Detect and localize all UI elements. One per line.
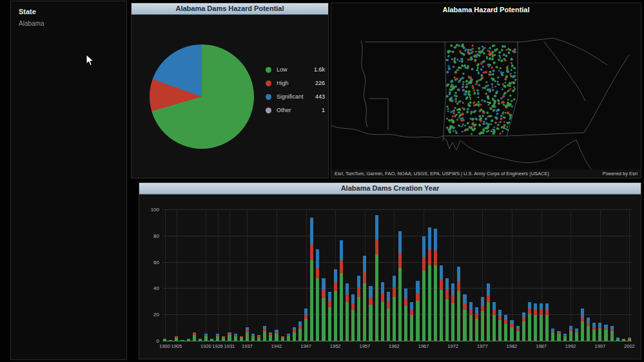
- bar-1951[interactable]: [327, 210, 332, 341]
- bar-1923[interactable]: [210, 210, 214, 341]
- bar-1957[interactable]: [362, 210, 367, 341]
- bar-1966[interactable]: [415, 210, 420, 341]
- bar-1971[interactable]: [445, 210, 449, 341]
- bar-1962[interactable]: [392, 210, 396, 341]
- bar-2000[interactable]: [616, 210, 620, 341]
- x-label-slot: [516, 343, 520, 351]
- bar-segment-significant: [528, 302, 531, 309]
- bar-segment-significant: [481, 297, 484, 306]
- bar-segment-low: [287, 336, 290, 341]
- bar-1977[interactable]: [480, 210, 485, 341]
- bar-1988[interactable]: [545, 210, 549, 341]
- pie-chart[interactable]: [150, 44, 254, 149]
- state-list-item-alabama[interactable]: Alabama: [11, 15, 126, 27]
- bar-1956[interactable]: [356, 210, 361, 341]
- bar-1945[interactable]: [292, 210, 297, 341]
- bar-1978[interactable]: [486, 210, 491, 341]
- bar-1972[interactable]: [451, 210, 455, 341]
- bar-1996[interactable]: [592, 210, 596, 341]
- bar-1963[interactable]: [398, 210, 402, 341]
- bar-1943[interactable]: [280, 210, 285, 341]
- bar-segment-low: [434, 265, 437, 341]
- bar-1961[interactable]: [386, 210, 391, 341]
- legend-item-other[interactable]: Other1: [266, 107, 325, 113]
- bar-1994[interactable]: [580, 210, 585, 341]
- bar-segment-low: [187, 340, 190, 341]
- bar-1941[interactable]: [268, 210, 273, 341]
- bar-1970[interactable]: [439, 210, 444, 341]
- bar-1998[interactable]: [603, 210, 608, 341]
- bar-1959[interactable]: [375, 210, 379, 341]
- x-label-slot: 1982: [509, 343, 514, 351]
- bar-1987[interactable]: [539, 210, 543, 341]
- bar-1958[interactable]: [368, 210, 373, 341]
- bar-1960[interactable]: [380, 210, 385, 341]
- bar-1954[interactable]: [345, 210, 349, 341]
- bar-1969[interactable]: [433, 210, 438, 341]
- bar-1965[interactable]: [409, 210, 414, 341]
- bar-1908[interactable]: [180, 210, 184, 341]
- bar-1914[interactable]: [192, 210, 197, 341]
- x-axis-label: 2002: [624, 343, 635, 349]
- bar-1934[interactable]: [233, 210, 238, 341]
- bar-segment-high: [451, 296, 454, 303]
- bar-1929[interactable]: [221, 210, 226, 341]
- legend-item-high[interactable]: High226: [266, 80, 325, 86]
- bar-1940[interactable]: [262, 210, 267, 341]
- bar-1990[interactable]: [556, 210, 561, 341]
- bar-1980[interactable]: [498, 210, 502, 341]
- bar-1981[interactable]: [503, 210, 508, 341]
- bar-1949[interactable]: [315, 210, 320, 341]
- bar-1953[interactable]: [339, 210, 344, 341]
- bar-1975[interactable]: [469, 210, 473, 341]
- bar-2001[interactable]: [621, 210, 626, 341]
- bar-1903[interactable]: [168, 210, 173, 341]
- bar-1997[interactable]: [598, 210, 602, 341]
- bar-1992[interactable]: [569, 210, 573, 341]
- bar-1986[interactable]: [533, 210, 538, 341]
- bar-1979[interactable]: [492, 210, 496, 341]
- bar-1974[interactable]: [462, 210, 467, 341]
- bar-1976[interactable]: [474, 210, 479, 341]
- bar-1931[interactable]: [227, 210, 231, 341]
- bar-1967[interactable]: [422, 210, 426, 341]
- bar-1936[interactable]: [239, 210, 244, 341]
- bar-1989[interactable]: [551, 210, 555, 341]
- bar-segment-low: [304, 319, 307, 341]
- bar-1944[interactable]: [286, 210, 291, 341]
- bar-1917[interactable]: [198, 210, 202, 341]
- bar-1995[interactable]: [586, 210, 590, 341]
- bar-1920[interactable]: [204, 210, 208, 341]
- bar-1942[interactable]: [274, 210, 278, 341]
- bar-1911[interactable]: [186, 210, 191, 341]
- bar-1926[interactable]: [215, 210, 220, 341]
- bar-1984[interactable]: [522, 210, 526, 341]
- bar-1905[interactable]: [174, 210, 179, 341]
- bar-segment-high: [481, 306, 484, 311]
- bar-1950[interactable]: [321, 210, 326, 341]
- bar-1999[interactable]: [610, 210, 614, 341]
- bar-2002[interactable]: [627, 210, 632, 341]
- powered-by-esri-link[interactable]: Powered by Esri: [602, 171, 638, 176]
- bar-1948[interactable]: [309, 210, 314, 341]
- bar-1968[interactable]: [427, 210, 432, 341]
- bar-1947[interactable]: [304, 210, 308, 341]
- bar-1973[interactable]: [456, 210, 461, 341]
- bar-1900[interactable]: [162, 210, 167, 341]
- bar-1982[interactable]: [509, 210, 514, 341]
- legend-item-significant[interactable]: Significant443: [266, 93, 325, 100]
- map-canvas[interactable]: [331, 3, 641, 178]
- bar-1985[interactable]: [527, 210, 532, 341]
- bar-1983[interactable]: [516, 210, 520, 341]
- bar-1964[interactable]: [404, 210, 408, 341]
- bar-1993[interactable]: [574, 210, 579, 341]
- legend-item-low[interactable]: Low1.6k: [266, 66, 325, 73]
- bar-1991[interactable]: [563, 210, 567, 341]
- bar-1955[interactable]: [351, 210, 355, 341]
- bar-1946[interactable]: [298, 210, 302, 341]
- bar-1937[interactable]: [245, 210, 249, 341]
- bar-1938[interactable]: [251, 210, 255, 341]
- bar-1939[interactable]: [257, 210, 261, 341]
- bar-segment-significant: [463, 294, 466, 303]
- bar-1952[interactable]: [333, 210, 338, 341]
